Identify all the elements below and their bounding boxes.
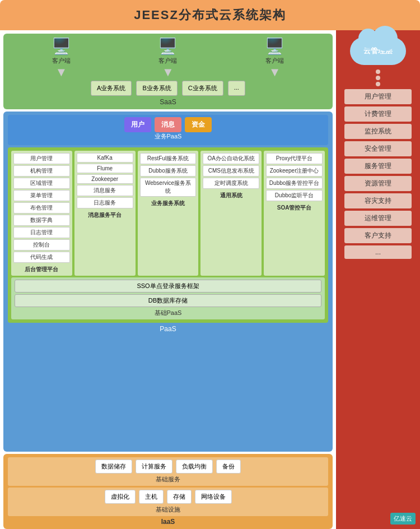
- col1-item9: 代码生成: [13, 252, 70, 263]
- biz-paas-title: 业务PaaS: [11, 132, 325, 141]
- col1-item8: 控制台: [13, 239, 70, 250]
- basic-services-label: 基础服务: [11, 475, 325, 484]
- base-paas: SSO单点登录服务框架 DB数据库存储 基础PaaS: [11, 277, 325, 319]
- base-row-1: SSO单点登录服务框架: [15, 280, 321, 293]
- col2-item5: 日志服务: [77, 197, 133, 208]
- sidebar-btn-3[interactable]: 安全管理: [344, 141, 412, 156]
- col1-item4: 菜单管理: [13, 190, 70, 201]
- col2-item4: 消息服务: [77, 185, 133, 196]
- biz-paas: 用户 消息 资金 业务PaaS: [8, 115, 328, 145]
- col2-label: 消息服务平台: [77, 211, 133, 219]
- left-area: 🖥️ 客户端 ▼ 🖥️ 客户端 ▼ 🖥️ 客户端 ▼: [0, 30, 336, 529]
- inner-paas: 用户管理 机构管理 区域管理 菜单管理 布色管理 数据字典 日志管理 控制台 代…: [8, 147, 328, 323]
- client-label-3: 客户端: [265, 57, 284, 65]
- sidebar-btn-2[interactable]: 监控系统: [344, 124, 412, 139]
- saas-label: SaaS: [8, 98, 328, 106]
- col5-item2: Zookeeper注册中心: [266, 165, 323, 177]
- sidebar-btn-4[interactable]: 服务管理: [344, 159, 412, 174]
- col2-item3: Zookeeper: [77, 174, 133, 184]
- iaas-box-2: 计算服务: [136, 460, 172, 474]
- paas-col-3: RestFul服务系统 Dubbo服务系统 Webservice服务系统 业务服…: [138, 151, 199, 276]
- col1-label: 后台管理平台: [13, 266, 70, 273]
- sidebar-btn-8[interactable]: 客户支持: [344, 228, 412, 243]
- col1-item5: 布色管理: [13, 202, 70, 214]
- paas-label: PaaS: [8, 325, 328, 333]
- saas-box-c: C业务系统: [182, 81, 223, 96]
- client-icon-1: 🖥️: [52, 37, 71, 55]
- client-2: 🖥️ 客户端 ▼: [158, 37, 178, 78]
- paas-col-2: KafKa Flume Zookeeper 消息服务 日志服务 消息服务平台: [74, 151, 136, 276]
- content-area: 🖥️ 客户端 ▼ 🖥️ 客户端 ▼ 🖥️ 客户端 ▼: [0, 30, 420, 529]
- iaas-label: IaaS: [8, 518, 328, 526]
- dot-1: [376, 69, 380, 74]
- client-label-2: 客户端: [158, 57, 177, 65]
- saas-box-d: ...: [228, 81, 245, 96]
- col5-label: SOA管控平台: [266, 204, 323, 212]
- col3-item3: Webservice服务系统: [140, 178, 197, 197]
- iaas-box-4: 备份: [216, 460, 241, 474]
- sidebar-btn-7[interactable]: 运维管理: [344, 211, 412, 226]
- page-title: JEESZ分布式云系统架构: [0, 0, 420, 30]
- basic-services-section: 数据储存 计算服务 负载均衡 备份 基础服务: [8, 457, 328, 486]
- infra-section: 虚拟化 主机 存储 网络设备 基础设施: [8, 488, 328, 516]
- paas-layer: 用户 消息 资金 业务PaaS 用户管理 机构管理 区域管理 菜单管: [3, 112, 333, 452]
- sidebar-btn-9[interactable]: ...: [344, 245, 412, 259]
- paas-col-4: OA办公自动化系统 CMS信息发布系统 定时调度系统 通用系统: [200, 151, 262, 276]
- col4-item2: CMS信息发布系统: [203, 165, 259, 177]
- col3-item1: RestFul服务系统: [140, 153, 197, 164]
- col1-item1: 用户管理: [13, 153, 70, 164]
- logo: 亿速云: [390, 513, 416, 525]
- infra-box-4: 网络设备: [195, 490, 232, 504]
- dots-indicator: [376, 69, 380, 86]
- saas-box-a: A业务系统: [91, 81, 132, 96]
- saas-boxes-row: A业务系统 B业务系统 C业务系统 ...: [8, 81, 328, 96]
- fund-module[interactable]: 资金: [185, 117, 212, 132]
- msg-module[interactable]: 消息: [155, 117, 181, 132]
- sidebar-btn-6[interactable]: 容灾支持: [344, 193, 412, 208]
- paas-col-1: 用户管理 机构管理 区域管理 菜单管理 布色管理 数据字典 日志管理 控制台 代…: [11, 151, 72, 276]
- infra-box-1: 虚拟化: [105, 490, 136, 504]
- paas-cols: 用户管理 机构管理 区域管理 菜单管理 布色管理 数据字典 日志管理 控制台 代…: [11, 151, 325, 276]
- client-icon-3: 🖥️: [265, 37, 284, 55]
- base-row-2: DB数据库存储: [15, 294, 321, 307]
- col5-item4: Dubbo监听平台: [266, 190, 323, 201]
- user-module[interactable]: 用户: [124, 117, 151, 132]
- right-sidebar: 云管理层 用户管理 计费管理 监控系统 安全管理 服务管理 资源管理 容灾支持 …: [336, 30, 420, 529]
- cloud-mgmt-shape: 云管理层: [350, 37, 406, 65]
- infra-boxes: 虚拟化 主机 存储 网络设备: [11, 490, 325, 504]
- sidebar-btn-1[interactable]: 计费管理: [344, 106, 412, 122]
- main-container: JEESZ分布式云系统架构 🖥️ 客户端 ▼ 🖥️ 客户端 ▼: [0, 0, 420, 529]
- arrow-1: ▼: [55, 66, 67, 78]
- dot-2: [376, 76, 380, 80]
- infra-box-3: 存储: [167, 490, 192, 504]
- dot-3: [376, 82, 380, 86]
- saas-box-b: B业务系统: [136, 81, 177, 96]
- infra-label: 基础设施: [11, 505, 325, 514]
- col5-item3: Dubbo服务管控平台: [266, 178, 323, 189]
- col1-item7: 日志管理: [13, 227, 70, 238]
- col1-item2: 机构管理: [13, 165, 70, 177]
- biz-modules-row: 用户 消息 资金: [11, 117, 325, 132]
- col2-item1: KafKa: [77, 153, 133, 163]
- client-1: 🖥️ 客户端 ▼: [52, 37, 71, 78]
- client-icon-2: 🖥️: [158, 37, 178, 55]
- col5-item1: Proxy代理平台: [266, 153, 323, 164]
- iaas-layer: 数据储存 计算服务 负载均衡 备份 基础服务 虚拟化 主机 存储 网络设备: [3, 454, 333, 529]
- col1-item6: 数据字典: [13, 215, 70, 226]
- iaas-box-1: 数据储存: [95, 460, 132, 474]
- basic-services-boxes: 数据储存 计算服务 负载均衡 备份: [11, 460, 325, 474]
- saas-clients-row: 🖥️ 客户端 ▼ 🖥️ 客户端 ▼ 🖥️ 客户端 ▼: [8, 37, 328, 78]
- col4-item1: OA办公自动化系统: [203, 153, 259, 164]
- sidebar-btn-5[interactable]: 资源管理: [344, 176, 412, 191]
- sidebar-btn-0[interactable]: 用户管理: [344, 89, 412, 104]
- arrow-3: ▼: [269, 66, 281, 78]
- col3-item2: Dubbo服务系统: [140, 165, 197, 177]
- base-paas-label: 基础PaaS: [15, 309, 321, 317]
- paas-col-5: Proxy代理平台 Zookeeper注册中心 Dubbo服务管控平台 Dubb…: [264, 151, 325, 276]
- col4-item3: 定时调度系统: [203, 178, 259, 189]
- col3-label: 业务服务系统: [140, 199, 197, 207]
- iaas-box-3: 负载均衡: [176, 460, 213, 474]
- col1-item3: 区域管理: [13, 178, 70, 189]
- arrow-2: ▼: [162, 66, 174, 78]
- col4-label: 通用系统: [203, 192, 259, 199]
